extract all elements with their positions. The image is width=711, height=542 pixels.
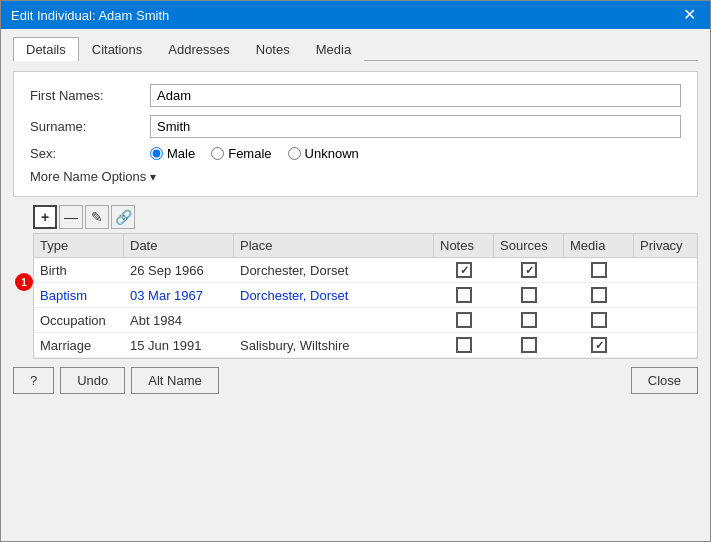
cell-date: Abt 1984 [124, 309, 234, 332]
cell-privacy [634, 341, 697, 349]
notes-checkbox[interactable] [456, 312, 472, 328]
col-date: Date [124, 234, 234, 257]
link-event-button[interactable]: 🔗 [111, 205, 135, 229]
edit-individual-dialog: Edit Individual: Adam Smith ✕ Details Ci… [0, 0, 711, 542]
cell-notes [434, 258, 494, 282]
sex-female-label: Female [228, 146, 271, 161]
cell-date: 15 Jun 1991 [124, 334, 234, 357]
event-count-badge: 1 [15, 273, 33, 291]
notes-checkbox[interactable] [456, 262, 472, 278]
col-media: Media [564, 234, 634, 257]
table-row[interactable]: Baptism 03 Mar 1967 Dorchester, Dorset [34, 283, 697, 308]
cell-place: Dorchester, Dorset [234, 284, 434, 307]
cell-type: Birth [34, 259, 124, 282]
alt-name-button[interactable]: Alt Name [131, 367, 218, 394]
first-names-input[interactable] [150, 84, 681, 107]
cell-place: Salisbury, Wiltshire [234, 334, 434, 357]
dialog-close-button[interactable]: Close [631, 367, 698, 394]
tab-notes[interactable]: Notes [243, 37, 303, 61]
events-section: 1 + — ✎ 🔗 Type Date Place Notes Sources … [33, 205, 698, 359]
sources-checkbox[interactable] [521, 262, 537, 278]
left-buttons: ? Undo Alt Name [13, 367, 219, 394]
edit-event-button[interactable]: ✎ [85, 205, 109, 229]
table-row[interactable]: Birth 26 Sep 1966 Dorchester, Dorset [34, 258, 697, 283]
media-checkbox[interactable] [591, 312, 607, 328]
cell-type: Marriage [34, 334, 124, 357]
table-body: Birth 26 Sep 1966 Dorchester, Dorset [34, 258, 697, 358]
form-section: First Names: Surname: Sex: Male [13, 71, 698, 197]
media-checkbox[interactable] [591, 337, 607, 353]
event-toolbar: + — ✎ 🔗 [33, 205, 698, 229]
more-name-options-toggle[interactable]: More Name Options ▾ [30, 169, 681, 184]
media-checkbox[interactable] [591, 262, 607, 278]
more-name-options-label: More Name Options [30, 169, 146, 184]
sources-checkbox[interactable] [521, 287, 537, 303]
undo-button[interactable]: Undo [60, 367, 125, 394]
sex-unknown-option[interactable]: Unknown [288, 146, 359, 161]
tab-bar: Details Citations Addresses Notes Media [13, 37, 698, 61]
surname-row: Surname: [30, 115, 681, 138]
sex-female-radio[interactable] [211, 147, 224, 160]
table-header: Type Date Place Notes Sources Media Priv… [34, 234, 697, 258]
right-buttons: Close [631, 367, 698, 394]
notes-checkbox[interactable] [456, 337, 472, 353]
sex-unknown-radio[interactable] [288, 147, 301, 160]
sex-male-label: Male [167, 146, 195, 161]
add-event-button[interactable]: + [33, 205, 57, 229]
table-row[interactable]: Occupation Abt 1984 [34, 308, 697, 333]
tab-details[interactable]: Details [13, 37, 79, 61]
first-names-label: First Names: [30, 88, 150, 103]
table-row[interactable]: Marriage 15 Jun 1991 Salisbury, Wiltshir… [34, 333, 697, 358]
remove-event-button[interactable]: — [59, 205, 83, 229]
tab-addresses[interactable]: Addresses [155, 37, 242, 61]
surname-label: Surname: [30, 119, 150, 134]
col-type: Type [34, 234, 124, 257]
cell-media [564, 308, 634, 332]
first-names-row: First Names: [30, 84, 681, 107]
cell-notes [434, 308, 494, 332]
help-button[interactable]: ? [13, 367, 54, 394]
sex-radio-group: Male Female Unknown [150, 146, 359, 161]
sources-checkbox[interactable] [521, 337, 537, 353]
col-place: Place [234, 234, 434, 257]
dialog-title: Edit Individual: Adam Smith [11, 8, 169, 23]
cell-media [564, 283, 634, 307]
cell-date: 03 Mar 1967 [124, 284, 234, 307]
close-icon[interactable]: ✕ [679, 7, 700, 23]
sex-unknown-label: Unknown [305, 146, 359, 161]
cell-sources [494, 308, 564, 332]
dialog-body: Details Citations Addresses Notes Media … [1, 29, 710, 541]
surname-input[interactable] [150, 115, 681, 138]
cell-privacy [634, 316, 697, 324]
cell-notes [434, 333, 494, 357]
cell-place [234, 316, 434, 324]
col-sources: Sources [494, 234, 564, 257]
sex-row: Sex: Male Female Unknown [30, 146, 681, 161]
title-bar: Edit Individual: Adam Smith ✕ [1, 1, 710, 29]
cell-privacy [634, 266, 697, 274]
col-privacy: Privacy [634, 234, 698, 257]
cell-place: Dorchester, Dorset [234, 259, 434, 282]
cell-sources [494, 258, 564, 282]
chevron-down-icon: ▾ [150, 170, 156, 184]
cell-sources [494, 283, 564, 307]
tab-media[interactable]: Media [303, 37, 364, 61]
cell-date: 26 Sep 1966 [124, 259, 234, 282]
cell-sources [494, 333, 564, 357]
cell-media [564, 333, 634, 357]
sex-label: Sex: [30, 146, 150, 161]
cell-type: Baptism [34, 284, 124, 307]
sex-male-radio[interactable] [150, 147, 163, 160]
sex-male-option[interactable]: Male [150, 146, 195, 161]
media-checkbox[interactable] [591, 287, 607, 303]
sources-checkbox[interactable] [521, 312, 537, 328]
notes-checkbox[interactable] [456, 287, 472, 303]
col-notes: Notes [434, 234, 494, 257]
tab-citations[interactable]: Citations [79, 37, 156, 61]
cell-type: Occupation [34, 309, 124, 332]
bottom-bar: ? Undo Alt Name Close [13, 359, 698, 394]
events-table: Type Date Place Notes Sources Media Priv… [33, 233, 698, 359]
sex-female-option[interactable]: Female [211, 146, 271, 161]
cell-media [564, 258, 634, 282]
cell-privacy [634, 291, 697, 299]
